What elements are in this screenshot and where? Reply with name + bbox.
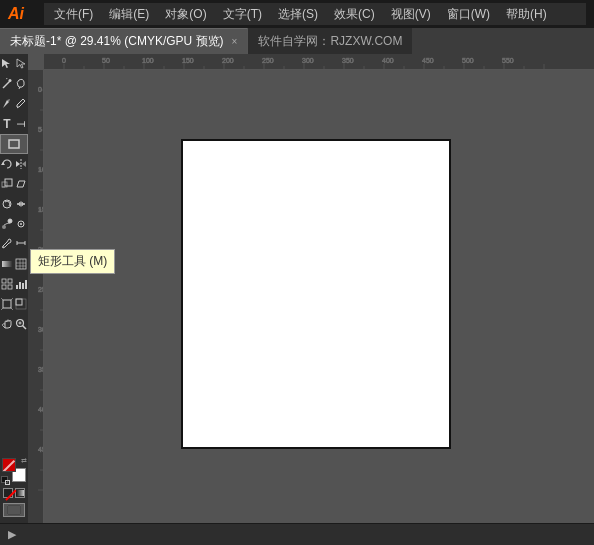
tool-width[interactable] xyxy=(14,194,28,214)
svg-line-35 xyxy=(1,308,3,310)
tool-measure[interactable] xyxy=(14,234,28,254)
tool-rectangle[interactable] xyxy=(0,134,28,154)
tool-shear[interactable] xyxy=(14,174,28,194)
svg-text:300: 300 xyxy=(302,57,314,64)
menu-window[interactable]: 窗口(W) xyxy=(439,4,498,25)
tool-column-chart[interactable] xyxy=(14,274,28,294)
svg-text:0: 0 xyxy=(38,86,42,93)
color-mode-solid[interactable] xyxy=(3,488,13,498)
tool-mesh[interactable] xyxy=(14,254,28,274)
tab-bar: 未标题-1* @ 29.41% (CMYK/GPU 预览) × 软件自学网：RJ… xyxy=(0,28,594,54)
swap-colors-button[interactable]: ⇄ xyxy=(21,457,27,464)
menu-help[interactable]: 帮助(H) xyxy=(498,4,555,25)
svg-rect-28 xyxy=(16,285,18,289)
color-mode-row xyxy=(3,488,25,498)
tab-secondary[interactable]: 软件自学网：RJZXW.COM xyxy=(247,28,412,54)
ruler-vertical: 0 5 10 15 20 25 30 35 40 45 xyxy=(28,70,44,523)
menu-text[interactable]: 文字(T) xyxy=(215,4,270,25)
tool-magic-wand[interactable] xyxy=(0,74,14,94)
svg-rect-44 xyxy=(8,506,20,514)
tool-warp[interactable] xyxy=(0,194,14,214)
svg-marker-4 xyxy=(1,162,5,165)
tool-hand[interactable] xyxy=(0,314,14,334)
tool-blend[interactable] xyxy=(0,214,14,234)
svg-rect-37 xyxy=(16,299,26,309)
artboard-document xyxy=(181,139,451,449)
tool-slice[interactable] xyxy=(14,294,28,314)
svg-rect-19 xyxy=(16,259,26,269)
tool-select[interactable] xyxy=(0,54,14,74)
svg-text:0: 0 xyxy=(62,57,66,64)
svg-point-12 xyxy=(8,219,12,223)
tool-artboard[interactable] xyxy=(0,294,14,314)
svg-rect-27 xyxy=(8,285,12,289)
svg-text:450: 450 xyxy=(422,57,434,64)
tool-row-select xyxy=(0,54,28,74)
default-stroke-indicator xyxy=(5,480,10,485)
tool-lasso[interactable] xyxy=(14,74,28,94)
status-bar: ▶ xyxy=(0,523,594,545)
tab-active[interactable]: 未标题-1* @ 29.41% (CMYK/GPU 预览) × xyxy=(0,28,247,54)
tools-container: T T 矩形工具 (M) xyxy=(0,54,28,453)
tool-reflect[interactable] xyxy=(14,154,28,174)
tool-type-vertical[interactable]: T xyxy=(11,117,28,131)
svg-text:30: 30 xyxy=(38,326,44,333)
color-mode-none[interactable] xyxy=(15,488,25,498)
title-bar: Ai 文件(F) 编辑(E) 对象(O) 文字(T) 选择(S) 效果(C) 视… xyxy=(0,0,594,28)
menu-effect[interactable]: 效果(C) xyxy=(326,4,383,25)
menu-edit[interactable]: 编辑(E) xyxy=(101,4,157,25)
svg-point-14 xyxy=(20,223,22,225)
tool-row-chart xyxy=(0,274,28,294)
canvas-area[interactable]: 0 50 100 150 200 250 300 350 400 450 500… xyxy=(28,54,594,523)
left-toolbar: T T 矩形工具 (M) xyxy=(0,54,28,523)
menu-select[interactable]: 选择(S) xyxy=(270,4,326,25)
svg-text:350: 350 xyxy=(342,57,354,64)
menu-file[interactable]: 文件(F) xyxy=(46,4,101,25)
tab-close-button[interactable]: × xyxy=(232,36,238,47)
svg-line-34 xyxy=(11,298,13,300)
screen-mode-button[interactable] xyxy=(3,503,25,517)
svg-text:40: 40 xyxy=(38,406,44,413)
svg-rect-29 xyxy=(19,282,21,289)
svg-text:45: 45 xyxy=(38,446,44,453)
tool-chart-pattern[interactable] xyxy=(0,274,14,294)
svg-text:550: 550 xyxy=(502,57,514,64)
svg-text:20: 20 xyxy=(38,246,44,253)
body-area: T T 矩形工具 (M) xyxy=(0,54,594,523)
tool-pen[interactable] xyxy=(0,94,14,114)
tool-gradient[interactable] xyxy=(0,254,14,274)
svg-rect-38 xyxy=(16,299,22,305)
svg-text:35: 35 xyxy=(38,366,44,373)
tool-row-hand xyxy=(0,314,28,334)
tool-row-slice xyxy=(0,294,28,314)
menu-view[interactable]: 视图(V) xyxy=(383,4,439,25)
tab-active-label: 未标题-1* @ 29.41% (CMYK/GPU 预览) xyxy=(10,33,224,50)
svg-line-33 xyxy=(1,298,3,300)
menu-object[interactable]: 对象(O) xyxy=(157,4,214,25)
svg-text:10: 10 xyxy=(38,166,44,173)
tool-row-wand xyxy=(0,74,28,94)
tool-eyedropper[interactable] xyxy=(0,234,14,254)
svg-rect-30 xyxy=(22,283,24,289)
tool-row-graph xyxy=(0,234,28,254)
svg-point-11 xyxy=(2,225,6,229)
app-logo: Ai xyxy=(8,5,36,23)
svg-rect-3 xyxy=(9,140,19,148)
tool-direct-select[interactable] xyxy=(14,54,28,74)
fill-color-box[interactable] xyxy=(2,458,16,472)
svg-rect-18 xyxy=(2,261,12,267)
tool-row-pen xyxy=(0,94,28,114)
tool-rotate[interactable] xyxy=(0,154,14,174)
tool-zoom[interactable] xyxy=(14,314,28,334)
tool-pencil[interactable] xyxy=(14,94,28,114)
svg-rect-83 xyxy=(28,70,44,523)
tool-row-rotate xyxy=(0,154,28,174)
tool-row-type: T T xyxy=(0,114,28,134)
tool-row-rect xyxy=(0,134,28,154)
tool-scale[interactable] xyxy=(0,174,14,194)
tool-symbol[interactable] xyxy=(14,214,28,234)
svg-text:150: 150 xyxy=(182,57,194,64)
menu-bar: 文件(F) 编辑(E) 对象(O) 文字(T) 选择(S) 效果(C) 视图(V… xyxy=(44,3,586,25)
svg-text:100: 100 xyxy=(142,57,154,64)
svg-line-36 xyxy=(11,308,13,310)
